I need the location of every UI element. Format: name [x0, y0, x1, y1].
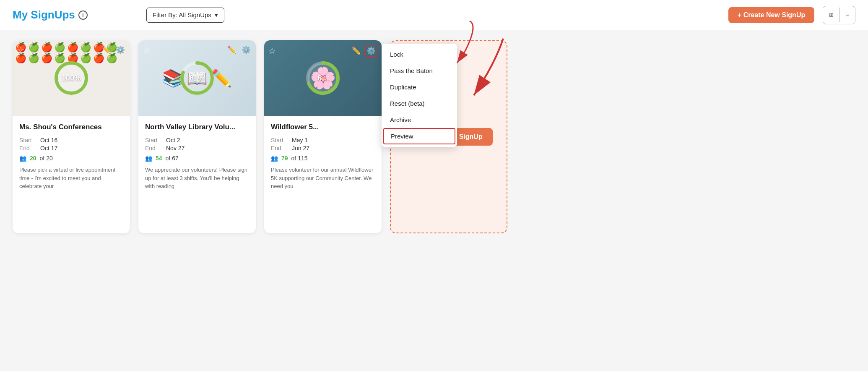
card-3-icons: ☆ ✏️ ⚙️ — [268, 44, 377, 57]
card-3-start-label: Start — [271, 137, 292, 144]
main-content: 🍎 🍏 🍎 🍏 🍎 🍏 🍎 🍏 🍎 🍏 🍎 🍏 🍎 🍏 🍎 🍏 — [0, 30, 868, 243]
card-2-end-label: End — [145, 145, 166, 152]
card-3-image: 🌸 6... ☆ ✏️ ⚙️ — [264, 40, 382, 116]
card-1-filled-count: 20 — [30, 155, 36, 162]
card-2-filled-count: 54 — [156, 155, 162, 162]
list-view-button[interactable]: ≡ — [840, 8, 855, 22]
signup-card-1: 🍎 🍏 🍎 🍏 🍎 🍏 🍎 🍏 🍎 🍏 🍎 🍏 🍎 🍏 🍎 🍏 — [13, 40, 130, 233]
card-2-attendees: 👥 54 of 67 — [145, 155, 249, 162]
chevron-down-icon: ▾ — [215, 11, 218, 19]
card-3-meta: Start May 1 End Jun 27 — [271, 137, 375, 152]
attendees-icon: 👥 — [19, 155, 26, 162]
card-1-star-icon[interactable]: ☆ — [17, 45, 24, 55]
card-1-end-value: Oct 17 — [40, 145, 123, 152]
card-1-progress-label: 100% — [62, 74, 81, 83]
card-2-body: North Valley Library Volu... Start Oct 2… — [138, 116, 256, 196]
page-title: My SignUps i — [13, 8, 88, 21]
card-3-star-icon[interactable]: ☆ — [268, 46, 276, 56]
view-toggle: ⊞ ≡ — [823, 6, 855, 24]
create-new-signup-header-button[interactable]: + Create New SignUp — [728, 7, 814, 23]
card-3-body: Wildflower 5... Start May 1 End Jun 27 👥… — [264, 116, 382, 196]
card-1-icons: ☆ ✏️ ⚙️ — [17, 44, 126, 55]
card-2-progress-label: 81% — [190, 74, 205, 83]
header: My SignUps i Filter By: All SignUps ▾ + … — [0, 0, 868, 30]
card-2-meta: Start Oct 2 End Nov 27 — [145, 137, 249, 152]
card-2-end-value: Nov 27 — [166, 145, 249, 152]
filter-dropdown[interactable]: Filter By: All SignUps ▾ — [146, 8, 224, 23]
card-1-title: Ms. Shou's Conferences — [19, 123, 123, 132]
card-1-attendees: 👥 20 of 20 — [19, 155, 123, 162]
card-2-edit-button[interactable]: ✏️ — [226, 44, 237, 55]
card-2-settings-button[interactable]: ⚙️ — [241, 44, 252, 55]
card-1-edit-button[interactable]: ✏️ — [101, 44, 112, 55]
card-1-body: Ms. Shou's Conferences Start Oct 16 End … — [13, 116, 130, 196]
card-1-description: Please pick a virtual or live appointmen… — [19, 166, 123, 191]
card-2-title: North Valley Library Volu... — [145, 123, 249, 132]
attendees-icon: 👥 — [145, 155, 152, 162]
card-1-total-count: of 20 — [40, 155, 53, 162]
card-1-image: 🍎 🍏 🍎 🍏 🍎 🍏 🍎 🍏 🍎 🍏 🍎 🍏 🍎 🍏 🍎 🍏 — [13, 40, 130, 116]
card-2-image: 📚 📖 ✏️ 81% ☆ ✏️ ⚙️ — [138, 40, 256, 116]
dropdown-item-duplicate[interactable]: Duplicate — [382, 79, 457, 95]
dropdown-item-archive[interactable]: Archive — [382, 112, 457, 128]
card-2-total-count: of 67 — [166, 155, 179, 162]
settings-dropdown-menu: Lock Pass the Baton Duplicate Reset (bet… — [382, 44, 457, 147]
card-3-end-label: End — [271, 145, 292, 152]
card-2-start-value: Oct 2 — [166, 137, 249, 144]
card-3-title: Wildflower 5... — [271, 123, 375, 132]
title-text: My SignUps — [13, 8, 75, 21]
grid-icon: ⊞ — [829, 12, 834, 18]
card-3-end-value: Jun 27 — [292, 145, 375, 152]
card-3-progress-ring: 6... — [304, 59, 342, 97]
dropdown-item-lock[interactable]: Lock — [382, 46, 457, 63]
filter-label: Filter By: All SignUps — [153, 11, 211, 18]
card-1-start-value: Oct 16 — [40, 137, 123, 144]
card-3-total-count: of 115 — [291, 155, 308, 162]
card-2-start-label: Start — [145, 137, 166, 144]
card-3-filled-count: 79 — [281, 155, 288, 162]
card-1-end-label: End — [19, 145, 40, 152]
menu-icon: ≡ — [846, 12, 849, 18]
grid-view-button[interactable]: ⊞ — [823, 8, 840, 22]
info-icon[interactable]: i — [78, 10, 88, 20]
attendees-icon: 👥 — [271, 155, 278, 162]
card-3-description: Please volunteer for our annual Wildflow… — [271, 166, 375, 191]
card-3-edit-button[interactable]: ✏️ — [351, 45, 361, 56]
card-2-star-icon[interactable]: ☆ — [143, 45, 150, 55]
card-3-settings-button[interactable]: ⚙️ — [365, 44, 377, 57]
card-2-progress-ring: 81% — [178, 59, 216, 97]
card-1-settings-button[interactable]: ⚙️ — [115, 44, 126, 55]
dropdown-item-preview[interactable]: Preview — [383, 128, 455, 144]
signup-card-2: 📚 📖 ✏️ 81% ☆ ✏️ ⚙️ — [138, 40, 256, 233]
card-3-start-value: May 1 — [292, 137, 375, 144]
card-1-progress-ring: 100% — [52, 59, 90, 97]
dropdown-item-reset-beta[interactable]: Reset (beta) — [382, 95, 457, 112]
card-3-attendees: 👥 79 of 115 — [271, 155, 375, 162]
signup-card-3: 🌸 6... ☆ ✏️ ⚙️ Wildflower — [264, 40, 382, 233]
card-3-progress-label: 6... — [317, 74, 328, 83]
card-2-icons: ☆ ✏️ ⚙️ — [143, 44, 252, 55]
card-1-start-label: Start — [19, 137, 40, 144]
card-1-meta: Start Oct 16 End Oct 17 — [19, 137, 123, 152]
dropdown-item-pass-the-baton[interactable]: Pass the Baton — [382, 63, 457, 79]
card-2-description: We appreciate our volunteers! Please sig… — [145, 166, 249, 191]
